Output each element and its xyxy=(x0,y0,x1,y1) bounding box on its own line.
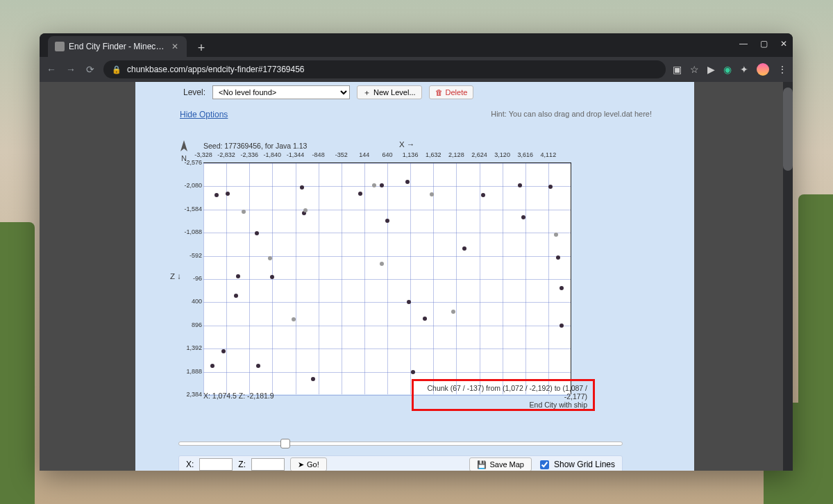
x-tick: 4,112 xyxy=(541,151,557,158)
x-tick: -2,832 xyxy=(217,151,235,158)
zoom-thumb[interactable] xyxy=(280,439,290,448)
data-point[interactable] xyxy=(380,262,384,266)
footer-controls: X: Z: ➤ Go! 💾 Save Map Show xyxy=(178,455,623,471)
y-tick: -96 xyxy=(178,275,202,282)
x-tick: -848 xyxy=(312,151,325,158)
data-point[interactable] xyxy=(234,294,238,298)
data-point[interactable] xyxy=(411,370,415,374)
url-text: chunkbase.com/apps/endcity-finder#177369… xyxy=(127,65,305,74)
data-point[interactable] xyxy=(270,275,274,279)
go-button[interactable]: ➤ Go! xyxy=(290,457,327,471)
x-label: X: xyxy=(186,460,194,469)
cast-icon[interactable]: ▣ xyxy=(673,64,682,75)
forward-icon[interactable]: → xyxy=(65,64,77,75)
data-point[interactable] xyxy=(462,246,466,251)
window-minimize-icon[interactable]: — xyxy=(739,39,748,49)
cursor-coords: X: 1,074.5 Z: -2,181.9 xyxy=(203,392,274,400)
extensions-puzzle-icon[interactable]: ✦ xyxy=(740,64,748,75)
data-point[interactable] xyxy=(548,185,553,189)
reload-icon[interactable]: ⟳ xyxy=(84,64,96,75)
rocket-icon: ➤ xyxy=(298,460,304,469)
y-tick: 1,888 xyxy=(178,368,202,375)
x-tick: 3,616 xyxy=(517,151,533,158)
data-point[interactable] xyxy=(256,364,260,368)
tab-close-icon[interactable]: ✕ xyxy=(170,42,180,51)
x-tick: -1,840 xyxy=(264,151,282,158)
data-point[interactable] xyxy=(521,215,525,219)
hide-options-link[interactable]: Hide Options xyxy=(180,110,228,119)
data-point[interactable] xyxy=(255,231,259,235)
data-point[interactable] xyxy=(214,193,219,197)
z-label: Z: xyxy=(238,460,246,469)
extension-icon[interactable]: ▶ xyxy=(707,64,715,75)
window-maximize-icon[interactable]: ▢ xyxy=(760,39,768,49)
data-point[interactable] xyxy=(292,317,296,321)
y-tick: -1,584 xyxy=(178,205,202,212)
data-point[interactable] xyxy=(380,183,384,187)
browser-tab[interactable]: End City Finder - Minecraft App ✕ xyxy=(48,36,187,57)
new-level-button[interactable]: ＋ New Level... xyxy=(357,85,422,99)
window-close-icon[interactable]: ✕ xyxy=(780,39,787,49)
data-point[interactable] xyxy=(481,193,485,197)
data-point[interactable] xyxy=(556,255,560,260)
address-bar[interactable]: 🔒 chunkbase.com/apps/endcity-finder#1773… xyxy=(103,60,666,78)
back-icon[interactable]: ← xyxy=(45,64,58,75)
y-tick: -2,080 xyxy=(178,182,202,189)
data-point[interactable] xyxy=(221,349,226,353)
x-axis-label: X → xyxy=(399,140,414,149)
data-point[interactable] xyxy=(236,274,240,278)
data-point[interactable] xyxy=(430,192,434,196)
level-select[interactable]: <No level found> xyxy=(212,85,350,99)
data-point[interactable] xyxy=(358,192,362,196)
page-viewport: Level: <No level found> ＋ New Level... 🗑… xyxy=(40,82,793,471)
extension-icon-2[interactable]: ◉ xyxy=(723,64,732,75)
delete-level-button[interactable]: 🗑 Delete xyxy=(429,85,474,99)
y-tick: -1,088 xyxy=(178,228,202,235)
tab-title: End City Finder - Minecraft App xyxy=(69,42,166,51)
data-point[interactable] xyxy=(518,183,522,187)
data-point[interactable] xyxy=(242,210,246,214)
data-point[interactable] xyxy=(268,256,272,260)
x-input[interactable] xyxy=(199,458,233,471)
data-point[interactable] xyxy=(226,192,230,196)
favicon-icon xyxy=(55,42,65,51)
data-point[interactable] xyxy=(554,233,558,237)
zoom-slider[interactable] xyxy=(178,437,623,450)
chart[interactable]: N Seed: 177369456, for Java 1.13 X → Z ↓… xyxy=(178,135,643,412)
data-point[interactable] xyxy=(303,208,308,212)
data-point[interactable] xyxy=(210,364,214,368)
data-point[interactable] xyxy=(385,219,389,223)
hint-text: Hint: You can also drag and drop level.d… xyxy=(491,110,652,119)
data-point[interactable] xyxy=(300,185,304,190)
y-tick: -2,576 xyxy=(178,159,202,166)
level-row: Level: <No level found> ＋ New Level... 🗑… xyxy=(173,82,659,103)
kebab-menu-icon[interactable]: ⋮ xyxy=(777,64,787,75)
plot-area[interactable] xyxy=(203,162,571,394)
data-point[interactable] xyxy=(405,180,410,184)
data-point[interactable] xyxy=(311,377,315,381)
data-point[interactable] xyxy=(423,317,427,321)
x-tick: 2,624 xyxy=(471,151,487,158)
y-tick: 400 xyxy=(178,298,202,305)
plus-icon: ＋ xyxy=(363,87,371,98)
y-tick: 2,384 xyxy=(178,391,202,398)
data-point[interactable] xyxy=(559,324,564,328)
scrollbar-track[interactable] xyxy=(783,82,793,471)
seed-caption: Seed: 177369456, for Java 1.13 xyxy=(203,142,307,150)
profile-avatar[interactable] xyxy=(757,63,769,76)
level-label: Level: xyxy=(183,87,205,97)
data-point[interactable] xyxy=(451,310,455,314)
data-point[interactable] xyxy=(372,183,376,187)
data-point[interactable] xyxy=(407,300,411,304)
star-icon[interactable]: ☆ xyxy=(690,64,699,75)
browser-toolbar: ← → ⟳ 🔒 chunkbase.com/apps/endcity-finde… xyxy=(40,57,793,82)
show-grid-checkbox[interactable]: Show Grid Lines xyxy=(537,458,615,471)
save-map-button[interactable]: 💾 Save Map xyxy=(469,457,532,471)
x-tick: 3,120 xyxy=(494,151,510,158)
scrollbar-thumb[interactable] xyxy=(783,87,793,171)
data-point[interactable] xyxy=(559,286,564,290)
z-input[interactable] xyxy=(251,458,285,471)
x-tick: 144 xyxy=(359,151,369,158)
new-tab-button[interactable]: + xyxy=(192,39,210,57)
y-tick: 1,392 xyxy=(178,344,202,351)
